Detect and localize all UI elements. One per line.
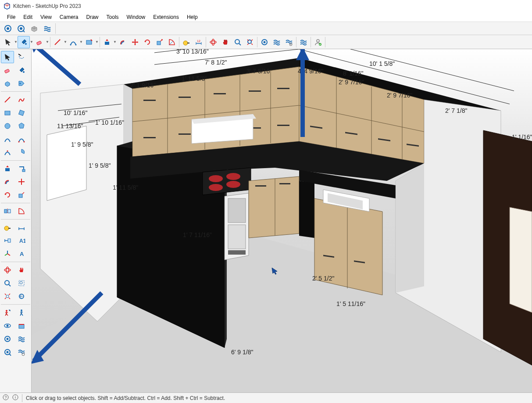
svg-point-29 (5, 123, 10, 129)
zoom-extents-tool[interactable] (1, 290, 14, 302)
viewport-canvas[interactable]: 3' 10 13/16" 7' 8 1/2" 10' 1 5/8" 2' 1 9… (32, 49, 532, 392)
walk-tool[interactable] (15, 306, 28, 319)
paint-bucket-tool[interactable] (15, 64, 28, 76)
rect-dropdown-caret[interactable]: ▼ (95, 40, 99, 44)
pan-tool[interactable] (15, 264, 28, 276)
zoom-extents-button[interactable] (244, 36, 256, 48)
svg-point-4 (25, 43, 27, 45)
previous-view-tool[interactable] (15, 290, 28, 302)
rectangle-tool[interactable] (1, 107, 14, 119)
push-pull-button[interactable] (101, 36, 113, 48)
rotate-button[interactable] (141, 36, 154, 48)
select-tool-button[interactable] (2, 36, 14, 48)
outliner-alt-side-button[interactable] (1, 346, 14, 358)
dim-label: 1' 7 11/16" (183, 231, 212, 238)
outliner-button[interactable] (2, 23, 14, 34)
info-icon[interactable]: i (12, 394, 18, 402)
move-tool[interactable] (15, 176, 28, 188)
model-viewport[interactable]: 3' 10 13/16" 7' 8 1/2" 10' 1 5/8" 2' 1 9… (32, 49, 532, 392)
menu-view[interactable]: View (37, 13, 55, 21)
paint-bucket-button[interactable] (18, 36, 30, 48)
flip-tool[interactable] (1, 205, 14, 217)
menu-camera[interactable]: Camera (56, 13, 82, 21)
arc-tool[interactable] (1, 133, 14, 145)
outliner-icon-button[interactable] (258, 36, 271, 48)
section-plane-tool[interactable]: A (15, 248, 28, 260)
offset-tool[interactable] (1, 176, 14, 188)
menu-extensions[interactable]: Extensions (150, 13, 182, 21)
zoom-tool[interactable] (1, 277, 14, 289)
tags-icon-button[interactable] (271, 36, 283, 48)
zoom-window-tool[interactable] (15, 277, 28, 289)
outliner-side-button[interactable] (1, 333, 14, 345)
paint-dropdown-caret[interactable]: ▼ (30, 40, 33, 44)
push-pull-tool[interactable] (1, 162, 14, 175)
menu-tools[interactable]: Tools (103, 13, 122, 21)
rotate-tool[interactable] (1, 189, 14, 201)
line-dropdown-caret[interactable]: ▼ (64, 40, 67, 44)
2pt-arc-tool[interactable] (15, 133, 28, 145)
tags-button[interactable] (41, 23, 54, 34)
menu-window[interactable]: Window (123, 13, 149, 21)
outliner-alt-button[interactable] (15, 23, 27, 34)
text-tool[interactable] (1, 234, 14, 247)
eraser-tool[interactable] (1, 64, 14, 76)
dimension-button[interactable]: 12 (193, 36, 205, 48)
move-button[interactable] (129, 36, 141, 48)
polygon-tool[interactable] (15, 120, 28, 132)
orbit-tool[interactable] (1, 264, 14, 276)
make-component-tool[interactable] (1, 77, 14, 90)
scale-button[interactable] (154, 36, 166, 48)
3d-text-tool[interactable]: A1 (15, 234, 28, 247)
components-button[interactable] (28, 23, 40, 34)
svg-text:i: i (15, 395, 16, 399)
svg-marker-125 (510, 207, 532, 313)
menu-help[interactable]: Help (183, 13, 201, 21)
svg-point-105 (209, 184, 223, 191)
section-tool[interactable] (15, 320, 28, 332)
lasso-tool[interactable] (15, 51, 28, 63)
scale-tool[interactable] (15, 189, 28, 201)
eraser-button[interactable] (33, 36, 46, 48)
dimension-tool[interactable] (15, 221, 28, 234)
tag-tool[interactable] (15, 77, 28, 90)
tape-measure-tool[interactable] (1, 221, 14, 234)
zoom-button[interactable] (232, 36, 244, 48)
rotated-rectangle-tool[interactable] (15, 107, 28, 119)
svg-rect-8 (86, 40, 92, 44)
menu-edit[interactable]: Edit (20, 13, 36, 21)
rectangle-tool-button[interactable] (83, 36, 95, 48)
menu-draw[interactable]: Draw (83, 13, 102, 21)
line-tool[interactable] (1, 94, 14, 106)
help-icon[interactable]: ? (3, 394, 9, 402)
tags-side-button[interactable] (15, 333, 28, 345)
pan-button[interactable] (219, 36, 232, 48)
tags-panel-button[interactable] (297, 36, 310, 48)
protractor-button[interactable] (166, 36, 178, 48)
protractor-tool[interactable] (15, 205, 28, 217)
orbit-button[interactable] (207, 36, 219, 48)
line-tool-button[interactable] (51, 36, 64, 48)
dim-label: 2' 7 1/8" (445, 107, 467, 114)
svg-rect-76 (179, 133, 191, 135)
select-tool[interactable] (1, 51, 14, 63)
layers-gear-button[interactable] (283, 36, 295, 48)
axes-tool[interactable] (1, 248, 14, 260)
pie-tool[interactable] (15, 146, 28, 158)
pushpull-dropdown-caret[interactable]: ▼ (113, 40, 117, 44)
offset-button[interactable] (117, 36, 129, 48)
menu-file[interactable]: File (4, 13, 19, 21)
position-camera-tool[interactable] (1, 306, 14, 319)
user-account-button[interactable] (312, 36, 324, 48)
tape-measure-button[interactable] (180, 36, 193, 48)
arc-tool-button[interactable] (67, 36, 79, 48)
select-dropdown-caret[interactable]: ▼ (14, 40, 18, 44)
eraser-dropdown-caret[interactable]: ▼ (46, 40, 49, 44)
follow-me-tool[interactable] (15, 162, 28, 175)
arc-dropdown-caret[interactable]: ▼ (79, 40, 83, 44)
circle-tool[interactable] (1, 120, 14, 132)
3pt-arc-tool[interactable] (1, 146, 14, 158)
freehand-tool[interactable] (15, 94, 28, 106)
tags-gear-side-button[interactable] (15, 346, 28, 358)
look-around-tool[interactable] (1, 320, 14, 332)
